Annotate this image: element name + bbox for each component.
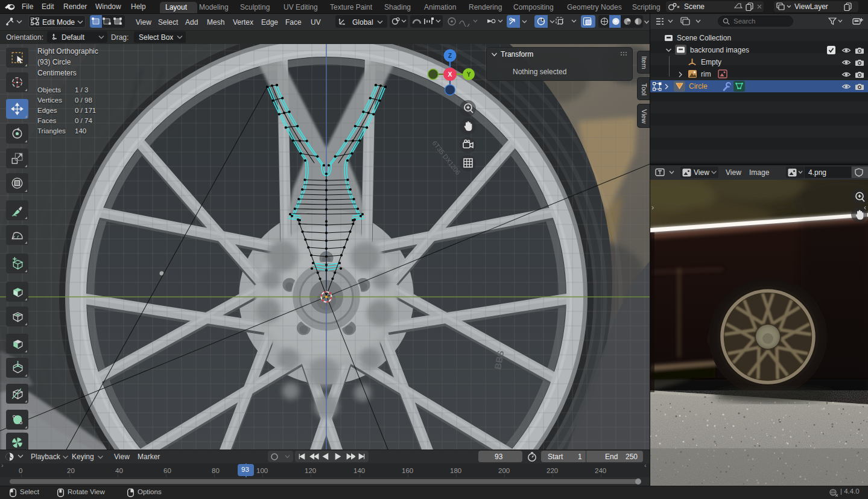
svg-text:Z: Z xyxy=(448,52,452,59)
svg-text:Y: Y xyxy=(467,71,471,78)
svg-text:X: X xyxy=(448,71,452,78)
